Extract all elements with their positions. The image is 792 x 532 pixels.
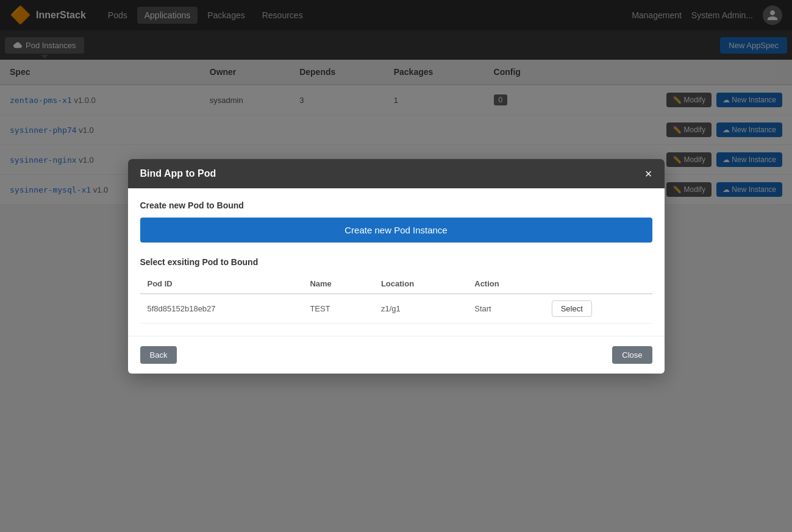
create-section-title: Create new Pod to Bound: [140, 200, 652, 205]
modal-title: Bind App to Pod: [140, 168, 216, 179]
modal-overlay: Bind App to Pod × Create new Pod to Boun…: [0, 0, 792, 205]
bind-app-modal: Bind App to Pod × Create new Pod to Boun…: [128, 159, 665, 205]
modal-body: Create new Pod to Bound Create new Pod I…: [128, 188, 665, 205]
modal-header: Bind App to Pod ×: [128, 159, 665, 188]
modal-close-button[interactable]: ×: [645, 168, 652, 180]
